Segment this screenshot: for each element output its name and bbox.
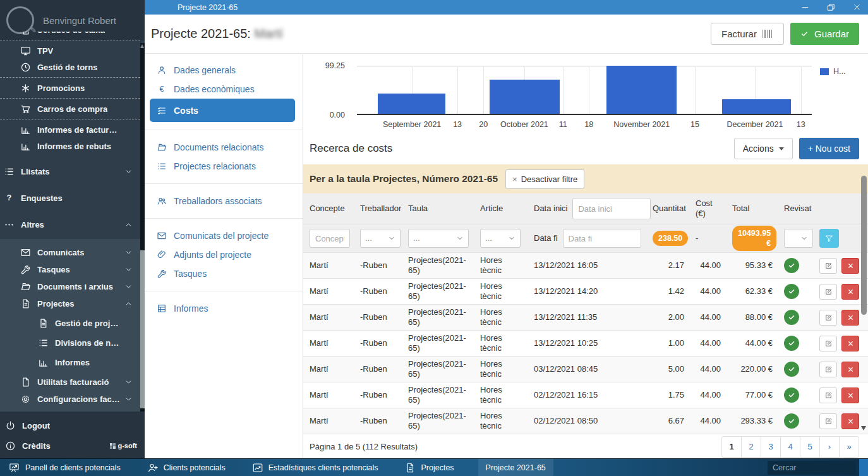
revisat-filter-select[interactable]	[784, 229, 813, 248]
scroll-down-arrow-icon[interactable]	[861, 426, 866, 430]
sidebar-item-configuracions-facturacio[interactable]: Configuracions facturació	[0, 391, 140, 408]
delete-row-button[interactable]	[841, 413, 859, 429]
sidebar-item-promocions[interactable]: Promocions	[0, 77, 140, 96]
edit-row-button[interactable]	[819, 336, 837, 351]
cell-taula: Projectes(2021-65)	[402, 410, 474, 432]
taskbar-item-projectes[interactable]: Projectes	[402, 459, 456, 476]
concepte-filter-input[interactable]	[310, 229, 350, 248]
search-input[interactable]	[768, 461, 856, 475]
sidebar-scrollbar-thumb[interactable]	[140, 250, 145, 408]
sidebar-item-tpv[interactable]: TPV	[0, 40, 140, 59]
taskbar-right-strip[interactable]	[859, 459, 868, 476]
page-4-button[interactable]: 4	[780, 436, 800, 458]
personplus-icon	[147, 462, 159, 473]
restore-icon[interactable]	[826, 3, 836, 12]
sidebar-item-logout[interactable]: Logout	[0, 415, 145, 436]
page-1-button[interactable]: 1	[721, 436, 742, 458]
revisat-check-icon[interactable]	[784, 310, 799, 325]
revisat-check-icon[interactable]	[784, 258, 799, 273]
edit-row-button[interactable]	[819, 258, 837, 274]
sidebar-item-gestio-de-torns[interactable]: Gestió de torns	[0, 59, 140, 75]
sidebar-item-utilitats-facturacio[interactable]: Utilitats facturació	[0, 374, 140, 391]
gsoft-grid-icon	[110, 443, 116, 449]
sidebar-item-documents-i-arxius[interactable]: Documents i arxius	[0, 278, 140, 295]
sidebar-scrollbar[interactable]	[140, 43, 145, 412]
next-page-button[interactable]: ›	[819, 436, 840, 458]
delete-row-button[interactable]	[841, 258, 859, 274]
subnav-item-informes[interactable]: Informes	[150, 299, 295, 318]
taskbar-item-clients-potencials[interactable]: Clients potencials	[145, 459, 228, 476]
edit-row-button[interactable]	[819, 362, 837, 377]
subnav-divider	[145, 183, 303, 184]
delete-row-button[interactable]	[841, 310, 859, 326]
accions-button[interactable]: Accions	[734, 138, 793, 159]
data-fi-filter-input[interactable]	[563, 229, 641, 248]
subnav-item-dades-generals[interactable]: Dades generals	[150, 61, 295, 80]
subnav-item-tasques[interactable]: Tasques	[150, 264, 295, 283]
chart-bar[interactable]	[378, 94, 445, 114]
data-inici-filter-input[interactable]	[572, 198, 651, 219]
taskbar-item-projecte-2021-65[interactable]: Projecte 2021-65	[478, 459, 553, 476]
sidebar-item-informes-de-facturacio[interactable]: Informes de facturació	[0, 119, 140, 138]
sidebar-item-projectes[interactable]: Projectes	[0, 295, 140, 312]
sidebar-item-informes[interactable]: Informes	[0, 354, 140, 371]
taula-filter-select[interactable]: ...	[408, 229, 469, 248]
sidebar-item-comunicats[interactable]: Comunicats	[0, 244, 140, 261]
chevron-down-icon	[124, 283, 133, 291]
subnav-item-documents-relacionats[interactable]: Documents relacionats	[150, 138, 295, 157]
sidebar-item-tasques[interactable]: Tasques	[0, 261, 140, 278]
delete-row-button[interactable]	[841, 284, 859, 300]
article-filter-select[interactable]: ...	[480, 229, 521, 248]
subnav-item-comunicats-del-projecte[interactable]: Comunicats del projecte	[150, 226, 295, 245]
treballador-filter-select[interactable]: ...	[360, 229, 401, 248]
page-3-button[interactable]: 3	[761, 436, 781, 458]
sidebar-item-informes-de-rebuts[interactable]: Informes de rebuts	[0, 138, 140, 154]
scroll-up-arrow-icon[interactable]	[140, 44, 144, 48]
subnav-item-treballadors-associats[interactable]: Treballadors associats	[150, 192, 295, 211]
sidebar-item-credits[interactable]: Crèdits g-soft	[0, 436, 145, 456]
revisat-check-icon[interactable]	[784, 413, 799, 429]
chart-bar[interactable]	[606, 66, 677, 114]
check-icon	[788, 288, 795, 295]
sidebar-item-carros-de-compra[interactable]: Carros de compra	[0, 98, 140, 117]
sidebar-item-llistats[interactable]: Llistats	[0, 162, 140, 181]
taskbar-item-panell-de-clients-potencials[interactable]: Panell de clients potencials	[6, 459, 123, 476]
revisat-check-icon[interactable]	[784, 362, 799, 377]
guardar-button[interactable]: Guardar	[790, 23, 859, 45]
subnav-item-adjunts-del-projecte[interactable]: Adjunts del projecte	[150, 245, 295, 264]
taskbar-item-estadistiques-clients-potencials[interactable]: Estadístiques clients potencials	[250, 459, 381, 476]
edit-row-button[interactable]	[819, 310, 837, 326]
minimize-icon[interactable]	[800, 3, 810, 12]
sidebar-item-enquestes[interactable]: Enquestes	[0, 188, 140, 207]
avatar[interactable]: ✎	[6, 6, 34, 34]
subnav-item-costs[interactable]: Costs	[150, 99, 295, 122]
last-page-button[interactable]: »	[839, 436, 859, 458]
delete-row-button[interactable]	[841, 336, 859, 351]
revisat-check-icon[interactable]	[784, 388, 799, 403]
subnav-item-projectes-relacionats[interactable]: Projectes relacionats	[150, 157, 295, 176]
chart-bar[interactable]	[722, 99, 791, 114]
delete-row-button[interactable]	[841, 362, 859, 377]
facturar-button[interactable]: Facturar	[711, 23, 784, 45]
sidebar-item-gestio-de-projectes[interactable]: Gestió de projectes	[0, 315, 140, 332]
content-scrollbar-thumb[interactable]	[861, 176, 867, 315]
sidebar-item-sortides-de-caixa[interactable]: Sortides de caixa	[0, 32, 140, 38]
page-2-button[interactable]: 2	[741, 436, 761, 458]
chart-bar[interactable]	[490, 80, 560, 114]
subnav-item-dades-economiques[interactable]: Dades econòmiques	[150, 80, 295, 99]
close-icon[interactable]	[852, 3, 862, 12]
sidebar-item-altres[interactable]: Altres	[0, 215, 140, 234]
nou-cost-button[interactable]: + Nou cost	[799, 138, 859, 159]
cell-quantitat: 1.75	[646, 389, 689, 401]
revisat-check-icon[interactable]	[784, 336, 799, 351]
revisat-check-icon[interactable]	[784, 284, 799, 299]
desactivar-filtre-button[interactable]: ×Desactivar filtre	[505, 169, 584, 189]
page-5-button[interactable]: 5	[800, 436, 820, 458]
delete-row-button[interactable]	[841, 388, 859, 403]
cell-cost: 44.00	[689, 285, 726, 298]
edit-row-button[interactable]	[819, 413, 837, 429]
sidebar-item-divisions-de-negoci[interactable]: Divisions de negoci	[0, 334, 140, 351]
edit-row-button[interactable]	[819, 284, 837, 300]
edit-row-button[interactable]	[819, 388, 837, 403]
apply-filter-button[interactable]	[819, 229, 839, 248]
